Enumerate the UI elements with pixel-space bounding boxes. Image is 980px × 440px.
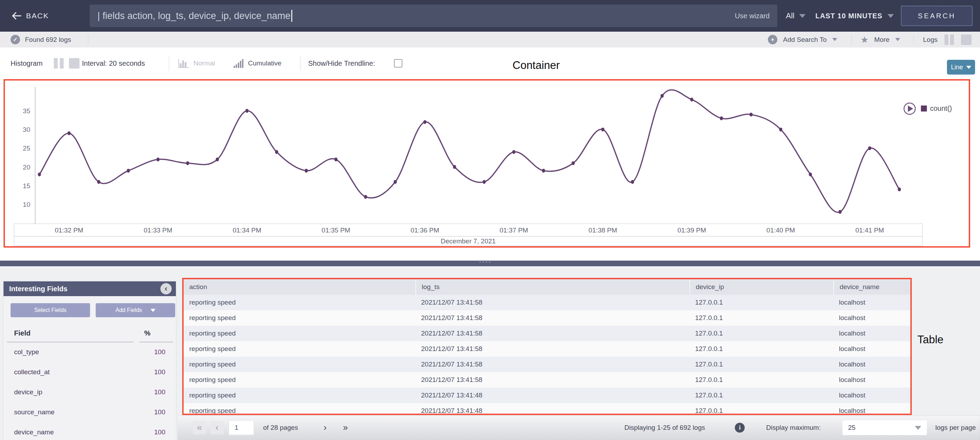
table-cell: reporting speed xyxy=(184,372,415,388)
data-point[interactable] xyxy=(690,98,693,102)
collapse-sidebar-button[interactable]: ‹ xyxy=(161,283,172,294)
data-point[interactable] xyxy=(572,161,575,165)
display-maximum-label: Display maximum: xyxy=(766,415,821,440)
text-cursor xyxy=(291,10,292,22)
divider xyxy=(7,342,134,342)
field-row[interactable]: device_ip100 xyxy=(14,388,165,396)
y-tick-label: 10 xyxy=(23,201,30,208)
histogram-split-toggle[interactable] xyxy=(54,48,64,79)
data-point[interactable] xyxy=(898,187,901,191)
field-row[interactable]: source_name100 xyxy=(14,408,165,416)
histogram-full-toggle[interactable] xyxy=(69,48,80,79)
data-point[interactable] xyxy=(720,116,723,120)
field-row[interactable]: collected_at100 xyxy=(14,368,165,376)
data-point[interactable] xyxy=(216,157,219,162)
use-wizard-link[interactable]: Use wizard xyxy=(735,12,770,20)
field-percent: 100 xyxy=(144,388,165,396)
more-dropdown[interactable]: ★ More xyxy=(861,32,900,48)
table-column-header[interactable]: log_ts xyxy=(415,279,689,295)
select-fields-button[interactable]: Select Fields xyxy=(11,303,90,317)
info-icon[interactable]: i xyxy=(735,415,745,440)
prev-page-button[interactable]: ‹ xyxy=(210,415,224,440)
last-page-button[interactable]: » xyxy=(343,415,348,440)
add-fields-label: Add Fields xyxy=(115,307,142,313)
table-cell: localhost xyxy=(833,372,910,388)
data-point[interactable] xyxy=(423,120,426,124)
data-point[interactable] xyxy=(601,128,605,132)
interesting-fields-panel: Interesting Fields ‹ Select Fields Add F… xyxy=(3,281,176,440)
search-button[interactable]: SEARCH xyxy=(901,6,973,26)
field-percent: 100 xyxy=(144,368,165,376)
table-row[interactable]: reporting speed2021/12/07 13:41:48127.0.… xyxy=(184,403,910,415)
data-point[interactable] xyxy=(245,109,249,113)
divider xyxy=(851,35,852,44)
y-tick-label: 35 xyxy=(23,107,30,115)
line-chart[interactable]: 35302520151001:32 PM01:33 PM01:34 PM01:3… xyxy=(5,81,969,246)
table-column-header[interactable]: device_ip xyxy=(689,279,833,295)
data-point[interactable] xyxy=(186,161,189,165)
data-point[interactable] xyxy=(334,157,338,162)
cumulative-mode-button[interactable]: Cumulative xyxy=(233,48,282,79)
data-point[interactable] xyxy=(631,180,634,184)
table-body: reporting speed2021/12/07 13:41:58127.0.… xyxy=(184,295,910,415)
table-row[interactable]: reporting speed2021/12/07 13:41:48127.0.… xyxy=(184,388,910,403)
add-search-to-dropdown[interactable]: + Add Search To xyxy=(768,32,837,48)
time-range-dropdown[interactable]: LAST 10 MINUTES xyxy=(815,0,894,32)
back-button[interactable]: BACK xyxy=(11,0,49,32)
next-page-button[interactable]: › xyxy=(324,415,326,440)
full-view-button[interactable] xyxy=(961,35,972,45)
normal-mode-button[interactable]: Normal xyxy=(178,48,215,79)
table-column-header[interactable]: device_name xyxy=(833,279,910,295)
display-maximum-select[interactable]: 25 xyxy=(842,420,927,435)
data-point[interactable] xyxy=(68,131,71,135)
data-point[interactable] xyxy=(868,146,871,150)
table-row[interactable]: reporting speed2021/12/07 13:41:58127.0.… xyxy=(184,341,910,357)
data-point[interactable] xyxy=(38,172,41,176)
data-point[interactable] xyxy=(809,172,812,176)
chart-type-dropdown[interactable]: Line xyxy=(947,60,975,75)
histogram-chart-container: 35302520151001:32 PM01:33 PM01:34 PM01:3… xyxy=(3,79,970,248)
field-row[interactable]: device_name100 xyxy=(14,428,165,436)
search-query-input[interactable]: | fields action, log_ts, device_ip, devi… xyxy=(90,5,777,27)
split-view-button[interactable] xyxy=(945,35,954,45)
chevron-down-icon xyxy=(915,426,921,430)
table-header-row: actionlog_tsdevice_ipdevice_name xyxy=(184,279,910,295)
data-point[interactable] xyxy=(127,169,130,173)
data-point[interactable] xyxy=(364,195,367,199)
table-row[interactable]: reporting speed2021/12/07 13:41:58127.0.… xyxy=(184,310,910,326)
data-point[interactable] xyxy=(542,169,545,173)
field-name: device_ip xyxy=(14,388,42,396)
data-point[interactable] xyxy=(275,150,278,154)
x-tick-label: 01:32 PM xyxy=(55,227,83,234)
data-point[interactable] xyxy=(779,128,782,132)
data-point[interactable] xyxy=(453,165,456,169)
table-cell: reporting speed xyxy=(184,403,415,415)
data-point[interactable] xyxy=(483,180,486,184)
pages-total-label: of 28 pages xyxy=(263,415,298,440)
table-row[interactable]: reporting speed2021/12/07 13:41:58127.0.… xyxy=(184,326,910,341)
data-point[interactable] xyxy=(97,180,100,184)
star-icon: ★ xyxy=(861,35,869,44)
divider xyxy=(913,35,914,44)
add-fields-dropdown[interactable]: Add Fields xyxy=(95,303,175,317)
table-column-header[interactable]: action xyxy=(184,279,415,295)
data-point[interactable] xyxy=(660,94,664,98)
data-point[interactable] xyxy=(512,150,515,154)
divider xyxy=(88,35,88,44)
field-name: col_type xyxy=(14,348,39,356)
table-row[interactable]: reporting speed2021/12/07 13:41:58127.0.… xyxy=(184,295,910,310)
data-point[interactable] xyxy=(838,210,842,214)
table-row[interactable]: reporting speed2021/12/07 13:41:58127.0.… xyxy=(184,372,910,388)
table-row[interactable]: reporting speed2021/12/07 13:41:58127.0.… xyxy=(184,357,910,372)
page-number-input[interactable]: 1 xyxy=(229,420,254,435)
scope-dropdown[interactable]: All xyxy=(786,0,805,32)
data-point[interactable] xyxy=(394,180,397,184)
first-page-button[interactable]: « xyxy=(193,415,206,440)
data-point[interactable] xyxy=(749,113,753,116)
bar-chart-icon xyxy=(178,59,189,68)
data-point[interactable] xyxy=(305,169,308,173)
field-row[interactable]: col_type100 xyxy=(14,348,165,356)
data-point[interactable] xyxy=(156,157,160,162)
trendline-checkbox[interactable] xyxy=(394,59,402,68)
chevron-down-icon xyxy=(151,309,156,312)
